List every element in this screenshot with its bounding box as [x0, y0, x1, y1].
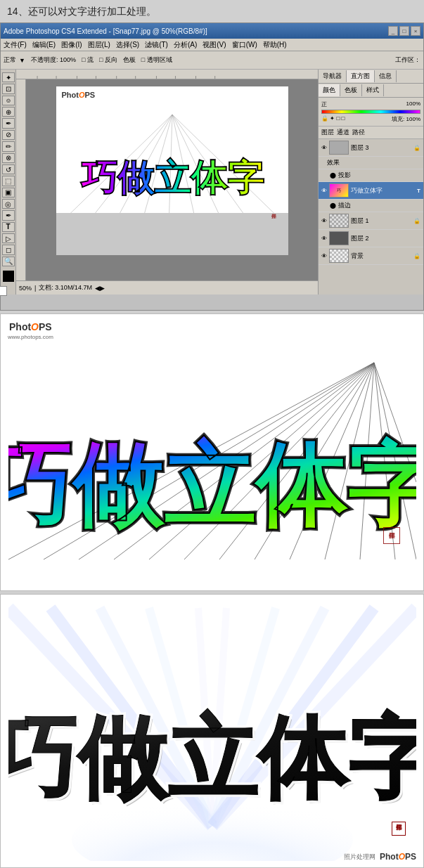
layer-thumb-3dtext: 巧	[329, 183, 349, 197]
tab-styles[interactable]: 样式	[362, 84, 384, 96]
section2-logo: PhotOPS	[9, 321, 52, 332]
tool-text[interactable]: T	[2, 222, 15, 232]
menu-image[interactable]: 图像(I)	[61, 40, 82, 50]
menu-file[interactable]: 文件(F)	[4, 40, 27, 50]
menu-window[interactable]: 窗口(W)	[232, 40, 257, 50]
layer-item-2[interactable]: 👁 图层 2	[319, 230, 423, 247]
tool-clone[interactable]: ⊗	[2, 153, 15, 163]
menu-analyze[interactable]: 分析(A)	[174, 40, 197, 50]
tab-swatches[interactable]: 色板	[340, 84, 362, 96]
tool-pen[interactable]: ✒	[2, 210, 15, 220]
layer-name-stroke: 描边	[338, 201, 420, 210]
ps-minimize-btn[interactable]: _	[388, 26, 398, 36]
ps-window-controls: _ □ ×	[388, 26, 420, 36]
transparency-checkbox[interactable]: □ 透明区域	[141, 56, 172, 65]
layer-thumb-bg	[329, 249, 349, 263]
layer-item-3[interactable]: 👁 图层 3 🔒	[319, 139, 423, 157]
section3-branding: 照片处理网 PhotOPS	[344, 852, 416, 862]
tool-brush[interactable]: ✏	[2, 141, 15, 151]
ps-options-bar: 正常 ▼ 不透明度: 100% □ 流 □ 反向 色板 □ 透明区域 工作区：	[1, 51, 423, 70]
tool-eraser[interactable]: ⬚	[2, 176, 15, 186]
layer-item-stroke[interactable]: ⬤ 描边	[319, 200, 423, 212]
color-slider[interactable]	[321, 110, 420, 114]
layer-eye-3dtext[interactable]: 👁	[321, 188, 327, 194]
ps-canvas-white: PhotOPS	[56, 86, 288, 255]
foreground-color[interactable]	[3, 271, 14, 282]
flow-checkbox[interactable]: □ 流	[82, 56, 94, 65]
tab-info[interactable]: 直方图	[347, 70, 375, 82]
layer-item-1[interactable]: 👁 图层 1 🔒	[319, 212, 423, 230]
tool-shape[interactable]: ◻	[2, 245, 15, 254]
ps-body: ✦ ⊡ ⌾ ⊕ ✒ ⊘ ✏ ⊗ ↺ ⬚ ▣ ◎ ✒ T ▷ ◻ 🔍	[1, 70, 423, 294]
ps-canvas-content: PhotOPS	[26, 79, 318, 280]
menu-select[interactable]: 选择(S)	[116, 40, 139, 50]
ps-maximize-btn[interactable]: □	[399, 26, 409, 36]
color-swatch-label: 色板	[123, 56, 136, 65]
logo-photo: Phot	[9, 321, 31, 332]
tool-zoom[interactable]: 🔍	[2, 257, 15, 266]
svg-text:巧做立体字: 巧做立体字	[8, 434, 416, 537]
paths-label: 路径	[352, 128, 365, 137]
ps-menubar: 文件(F) 编辑(E) 图像(I) 图层(L) 选择(S) 滤镜(T) 分析(A…	[1, 39, 423, 51]
layer-item-shadow[interactable]: ⬤ 投影	[319, 169, 423, 182]
tutorial-section-3: 巧做立体字 巧做立体字 巧做立体字 巧做立体字 郑祥俊作 印 照片处理网 Pho…	[0, 594, 424, 868]
tool-lasso[interactable]: ⌾	[2, 96, 15, 105]
layer-lock-bg: 🔒	[413, 253, 420, 259]
canvas-rainbow-svg: 巧做立体字	[56, 102, 288, 228]
svg-text:巧做立体字: 巧做立体字	[80, 157, 264, 198]
layer-item-bg[interactable]: 👁 背景 🔒	[319, 247, 423, 265]
tool-selection[interactable]: ⊡	[2, 84, 15, 93]
layer-item-3dtext[interactable]: 👁 巧 巧做立体字 T	[319, 182, 423, 200]
layer-name-3: 图层 3	[351, 143, 411, 153]
lock-icon: 🔒 ✦ □ □	[321, 115, 345, 123]
nav-arrow-left[interactable]: ◀	[95, 285, 100, 292]
ps-color-area: 正 100% 🔒 ✦ □ □ 填充: 100%	[319, 98, 423, 127]
section2-rainbow-svg: 巧做立体字 巧做立体字	[8, 346, 416, 569]
opacity-value: 不透明度: 100%	[31, 56, 76, 65]
canvas-gray-area	[56, 213, 288, 255]
nav-arrow-right[interactable]: ▶	[100, 285, 105, 292]
ps-title: Adobe Photoshop CS4 Extended - [Snap77.j…	[4, 27, 207, 35]
background-color[interactable]	[0, 286, 7, 296]
layer-item-effect[interactable]: 效果	[319, 157, 423, 169]
ps-tools-panel: ✦ ⊡ ⌾ ⊕ ✒ ⊘ ✏ ⊗ ↺ ⬚ ▣ ◎ ✒ T ▷ ◻ 🔍	[1, 70, 16, 294]
ps-layers-panel: 图层 通道 路径 👁 图层 3 🔒 效果 ⬤	[319, 127, 423, 294]
foreground-bg-colors	[3, 271, 14, 292]
tool-crop[interactable]: ⊕	[2, 107, 15, 117]
logo-ops: O	[31, 321, 39, 332]
ps-layers-header: 图层 通道 路径	[319, 127, 423, 139]
menu-help[interactable]: 帮助(H)	[263, 40, 287, 50]
layer-eye-3[interactable]: 👁	[321, 145, 327, 151]
tool-dodge[interactable]: ◎	[2, 199, 15, 209]
photoshop-window: Adobe Photoshop CS4 Extended - [Snap77.j…	[0, 22, 424, 311]
color-label-r: 正	[321, 101, 327, 108]
menu-view[interactable]: 视图(V)	[203, 40, 226, 50]
tool-eyedrop[interactable]: ✒	[2, 118, 15, 128]
tool-healing[interactable]: ⊘	[2, 130, 15, 140]
menu-layer[interactable]: 图层(L)	[88, 40, 110, 50]
tool-history[interactable]: ↺	[2, 164, 15, 174]
zoom-level: 50%	[19, 285, 32, 292]
tool-path[interactable]: ▷	[2, 233, 15, 243]
tab-histogram[interactable]: 信息	[375, 70, 397, 82]
black3d-container: 巧做立体字 巧做立体字 巧做立体字 巧做立体字 郑祥俊作 印 照片处理网 Pho…	[1, 595, 423, 867]
status-divider: |	[34, 285, 36, 292]
layer-name-bg: 背景	[351, 252, 411, 261]
layer-lock-1: 🔒	[413, 218, 420, 224]
brand-phot: Phot	[380, 852, 399, 862]
stamp-seal: 印	[383, 527, 400, 544]
layer-name-effect: 效果	[327, 158, 420, 167]
ps-close-btn[interactable]: ×	[411, 26, 420, 36]
layer-eye-1[interactable]: 👁	[321, 218, 327, 224]
layer-eye-bg[interactable]: 👁	[321, 253, 327, 259]
tab-color[interactable]: 颜色	[319, 84, 340, 96]
step-text: 14、还可以对文字进行加工处理。	[7, 6, 156, 17]
menu-edit[interactable]: 编辑(E)	[32, 40, 56, 50]
menu-filter[interactable]: 滤镜(T)	[145, 40, 168, 50]
reverse-checkbox[interactable]: □ 反向	[99, 56, 117, 65]
tool-gradient[interactable]: ▣	[2, 188, 15, 197]
layer-thumb-2	[329, 231, 349, 245]
tab-navigator[interactable]: 导航器	[319, 70, 347, 82]
layer-eye-2[interactable]: 👁	[321, 235, 327, 242]
tool-move[interactable]: ✦	[2, 72, 15, 82]
